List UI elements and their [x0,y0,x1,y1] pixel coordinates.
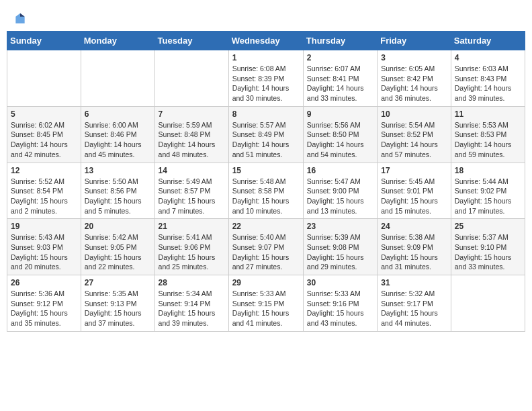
calendar-cell: 26Sunrise: 5:36 AM Sunset: 9:12 PM Dayli… [7,275,81,332]
logo [13,12,30,26]
day-number: 30 [307,278,373,287]
day-info: Sunrise: 5:48 AM Sunset: 8:58 PM Dayligh… [232,177,300,216]
day-info: Sunrise: 5:44 AM Sunset: 9:02 PM Dayligh… [455,177,521,216]
logo-icon [13,12,27,26]
day-number: 27 [85,278,151,287]
day-info: Sunrise: 6:03 AM Sunset: 8:43 PM Dayligh… [455,64,521,103]
weekday-header-sunday: Sunday [7,32,81,50]
calendar-cell: 22Sunrise: 5:40 AM Sunset: 9:07 PM Dayli… [228,219,303,275]
week-row-5: 26Sunrise: 5:36 AM Sunset: 9:12 PM Dayli… [7,275,525,332]
day-number: 24 [381,222,447,231]
day-number: 2 [307,53,373,62]
day-info: Sunrise: 5:41 AM Sunset: 9:06 PM Dayligh… [159,232,225,272]
page-header [7,7,525,28]
day-number: 23 [307,222,373,231]
day-info: Sunrise: 5:34 AM Sunset: 9:14 PM Dayligh… [159,289,225,328]
calendar-cell: 21Sunrise: 5:41 AM Sunset: 9:06 PM Dayli… [154,219,228,275]
weekday-header-thursday: Thursday [303,32,377,50]
day-number: 6 [85,109,151,119]
day-number: 1 [232,53,300,62]
day-number: 29 [232,278,300,287]
calendar-cell: 14Sunrise: 5:49 AM Sunset: 8:57 PM Dayli… [154,163,228,219]
weekday-header-wednesday: Wednesday [228,32,303,50]
day-number: 13 [85,166,151,175]
calendar-cell: 1Sunrise: 6:08 AM Sunset: 8:39 PM Daylig… [228,50,303,107]
week-row-2: 5Sunrise: 6:02 AM Sunset: 8:45 PM Daylig… [7,106,525,163]
calendar-cell: 23Sunrise: 5:39 AM Sunset: 9:08 PM Dayli… [303,219,377,275]
calendar-cell: 6Sunrise: 6:00 AM Sunset: 8:46 PM Daylig… [81,106,154,163]
day-number: 20 [85,222,151,231]
calendar-cell: 3Sunrise: 6:05 AM Sunset: 8:42 PM Daylig… [378,50,451,107]
day-info: Sunrise: 6:07 AM Sunset: 8:41 PM Dayligh… [307,64,373,103]
day-number: 8 [232,109,300,119]
weekday-header-row: SundayMondayTuesdayWednesdayThursdayFrid… [7,32,525,50]
day-number: 11 [455,109,521,119]
weekday-header-saturday: Saturday [451,32,525,50]
day-info: Sunrise: 5:54 AM Sunset: 8:52 PM Dayligh… [381,120,447,160]
calendar-cell [7,50,81,107]
day-info: Sunrise: 5:35 AM Sunset: 9:13 PM Dayligh… [85,289,151,328]
calendar-cell: 29Sunrise: 5:33 AM Sunset: 9:15 PM Dayli… [228,275,303,332]
calendar-cell: 5Sunrise: 6:02 AM Sunset: 8:45 PM Daylig… [7,106,81,163]
day-number: 18 [455,166,521,175]
day-info: Sunrise: 5:50 AM Sunset: 8:56 PM Dayligh… [85,177,151,216]
day-info: Sunrise: 5:42 AM Sunset: 9:05 PM Dayligh… [85,232,151,272]
day-info: Sunrise: 5:38 AM Sunset: 9:09 PM Dayligh… [381,232,447,272]
day-info: Sunrise: 5:45 AM Sunset: 9:01 PM Dayligh… [381,177,447,216]
day-info: Sunrise: 5:37 AM Sunset: 9:10 PM Dayligh… [455,232,521,272]
calendar-cell: 27Sunrise: 5:35 AM Sunset: 9:13 PM Dayli… [81,275,154,332]
calendar-cell: 17Sunrise: 5:45 AM Sunset: 9:01 PM Dayli… [378,163,451,219]
calendar-table: SundayMondayTuesdayWednesdayThursdayFrid… [7,31,525,332]
day-info: Sunrise: 5:32 AM Sunset: 9:17 PM Dayligh… [381,289,447,328]
calendar-cell: 10Sunrise: 5:54 AM Sunset: 8:52 PM Dayli… [378,106,451,163]
day-info: Sunrise: 5:39 AM Sunset: 9:08 PM Dayligh… [307,232,373,272]
day-info: Sunrise: 6:05 AM Sunset: 8:42 PM Dayligh… [381,64,447,103]
day-number: 15 [232,166,300,175]
day-number: 22 [232,222,300,231]
calendar-cell: 12Sunrise: 5:52 AM Sunset: 8:54 PM Dayli… [7,163,81,219]
day-info: Sunrise: 6:02 AM Sunset: 8:45 PM Dayligh… [11,120,77,160]
calendar-cell: 16Sunrise: 5:47 AM Sunset: 9:00 PM Dayli… [303,163,377,219]
day-number: 19 [11,222,77,231]
day-number: 26 [11,278,77,287]
day-number: 31 [381,278,447,287]
weekday-header-friday: Friday [378,32,451,50]
day-number: 12 [11,166,77,175]
calendar-cell: 15Sunrise: 5:48 AM Sunset: 8:58 PM Dayli… [228,163,303,219]
day-info: Sunrise: 5:36 AM Sunset: 9:12 PM Dayligh… [11,289,77,328]
calendar-cell: 30Sunrise: 5:33 AM Sunset: 9:16 PM Dayli… [303,275,377,332]
day-info: Sunrise: 5:43 AM Sunset: 9:03 PM Dayligh… [11,232,77,272]
day-number: 7 [159,109,225,119]
calendar-cell [81,50,154,107]
day-info: Sunrise: 6:00 AM Sunset: 8:46 PM Dayligh… [85,120,151,160]
calendar-cell: 4Sunrise: 6:03 AM Sunset: 8:43 PM Daylig… [451,50,525,107]
calendar-cell: 7Sunrise: 5:59 AM Sunset: 8:48 PM Daylig… [154,106,228,163]
day-number: 21 [159,222,225,231]
day-number: 25 [455,222,521,231]
calendar-cell: 20Sunrise: 5:42 AM Sunset: 9:05 PM Dayli… [81,219,154,275]
calendar-cell: 28Sunrise: 5:34 AM Sunset: 9:14 PM Dayli… [154,275,228,332]
calendar-cell: 24Sunrise: 5:38 AM Sunset: 9:09 PM Dayli… [378,219,451,275]
day-info: Sunrise: 5:56 AM Sunset: 8:50 PM Dayligh… [307,120,373,160]
week-row-3: 12Sunrise: 5:52 AM Sunset: 8:54 PM Dayli… [7,163,525,219]
calendar-cell: 9Sunrise: 5:56 AM Sunset: 8:50 PM Daylig… [303,106,377,163]
day-info: Sunrise: 5:47 AM Sunset: 9:00 PM Dayligh… [307,177,373,216]
calendar-cell [154,50,228,107]
calendar-cell: 2Sunrise: 6:07 AM Sunset: 8:41 PM Daylig… [303,50,377,107]
week-row-4: 19Sunrise: 5:43 AM Sunset: 9:03 PM Dayli… [7,219,525,275]
day-info: Sunrise: 5:40 AM Sunset: 9:07 PM Dayligh… [232,232,300,272]
calendar-cell: 11Sunrise: 5:53 AM Sunset: 8:53 PM Dayli… [451,106,525,163]
day-number: 17 [381,166,447,175]
day-number: 10 [381,109,447,119]
day-number: 5 [11,109,77,119]
weekday-header-tuesday: Tuesday [154,32,228,50]
week-row-1: 1Sunrise: 6:08 AM Sunset: 8:39 PM Daylig… [7,50,525,107]
day-number: 4 [455,53,521,62]
day-number: 28 [159,278,225,287]
calendar-cell: 13Sunrise: 5:50 AM Sunset: 8:56 PM Dayli… [81,163,154,219]
weekday-header-monday: Monday [81,32,154,50]
calendar-cell: 19Sunrise: 5:43 AM Sunset: 9:03 PM Dayli… [7,219,81,275]
day-number: 3 [381,53,447,62]
day-info: Sunrise: 5:53 AM Sunset: 8:53 PM Dayligh… [455,120,521,160]
calendar-cell [451,275,525,332]
